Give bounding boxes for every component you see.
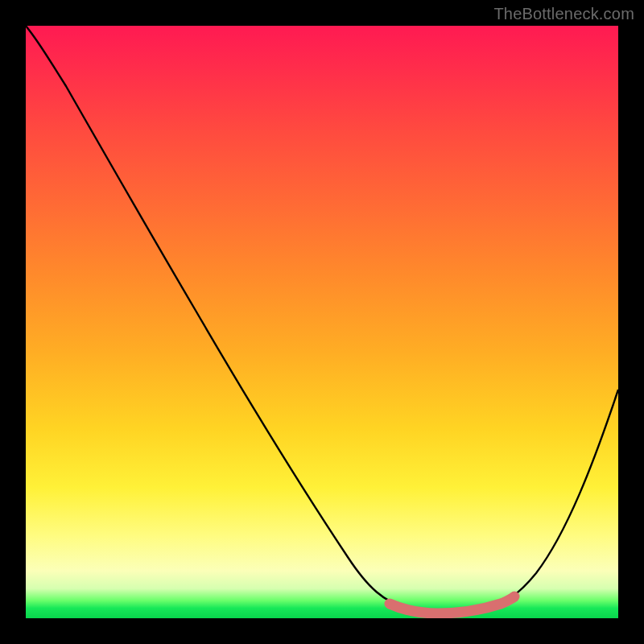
plot-area	[26, 26, 618, 618]
chart-frame: TheBottleneck.com	[0, 0, 644, 644]
curve-svg	[26, 26, 618, 618]
watermark-text: TheBottleneck.com	[493, 5, 634, 23]
optimal-range-highlight-path	[390, 597, 514, 613]
highlight-end-dot	[510, 592, 520, 602]
bottleneck-curve-path	[26, 26, 618, 612]
